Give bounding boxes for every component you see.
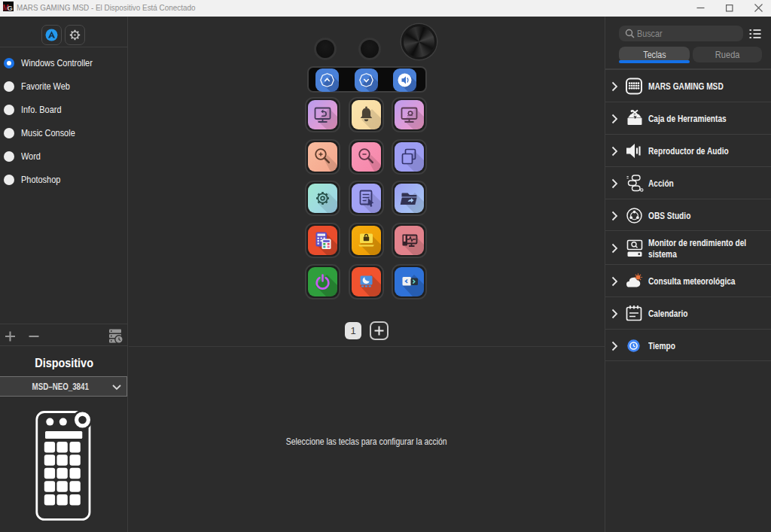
svg-text:G: G [8,4,13,12]
